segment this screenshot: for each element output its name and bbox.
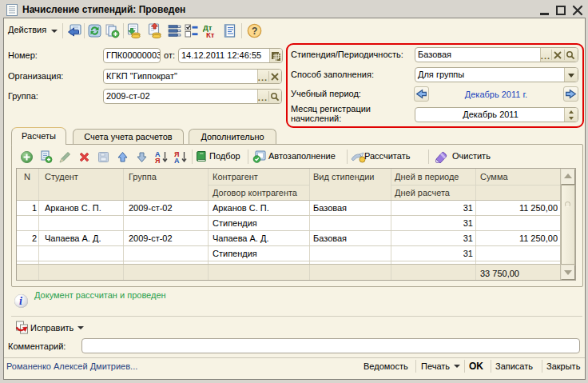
svg-text:?: ? xyxy=(252,26,257,37)
svg-text:Я: Я xyxy=(155,157,160,164)
svg-text:А: А xyxy=(174,157,180,164)
svg-text:Кт: Кт xyxy=(206,30,215,38)
